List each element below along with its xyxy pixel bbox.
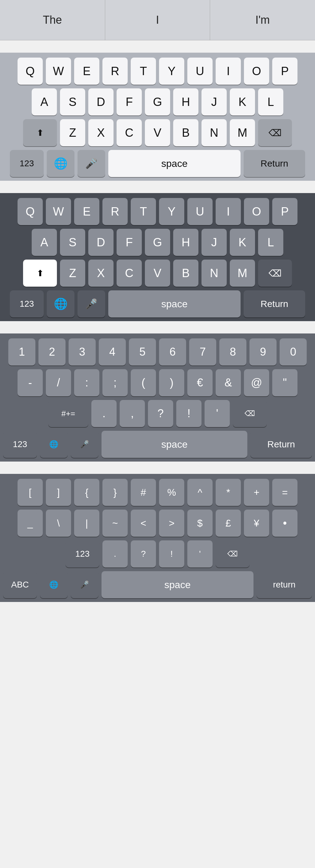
key-quote[interactable]: " [272,369,298,396]
globe-num[interactable]: 🌐 [40,431,68,458]
key-d-dark[interactable]: D [88,229,113,256]
key-2[interactable]: 2 [38,338,66,366]
key-s-dark[interactable]: S [60,229,85,256]
globe-sym[interactable]: 🌐 [40,571,68,598]
key-apos-sym[interactable]: ' [187,540,213,567]
key-euro[interactable]: € [187,369,213,396]
key-l-dark[interactable]: L [258,229,283,256]
key-j-dark[interactable]: J [202,229,227,256]
key-q-dark[interactable]: Q [18,198,43,225]
key-9[interactable]: 9 [249,338,277,366]
key-comma[interactable]: , [120,400,145,427]
key-o-dark[interactable]: O [244,198,269,225]
hash-button[interactable]: #+= [48,400,88,427]
key-minus[interactable]: - [18,369,43,396]
key-v[interactable]: V [145,119,170,146]
key-z-dark[interactable]: Z [60,259,85,287]
key-x-dark[interactable]: X [88,259,113,287]
backspace-sym[interactable]: ⌫ [216,540,249,567]
key-4[interactable]: 4 [99,338,126,366]
key-lbracket[interactable]: [ [18,479,43,506]
key-rbracket[interactable]: ] [46,479,71,506]
key-e-dark[interactable]: E [74,198,99,225]
key-1[interactable]: 1 [8,338,35,366]
key-x[interactable]: X [88,119,113,146]
key-pipe[interactable]: | [74,509,99,537]
key-y-dark[interactable]: Y [159,198,184,225]
return-button[interactable]: Return [244,150,305,177]
mic-sym[interactable]: 🎤 [71,571,98,598]
key-b[interactable]: B [173,119,199,146]
key-b-dark[interactable]: B [173,259,199,287]
num-button[interactable]: 123 [10,150,44,177]
key-h-dark[interactable]: H [173,229,199,256]
shift-button-active[interactable]: ⬆ [23,259,57,287]
mic-button-dark[interactable]: 🎤 [77,290,105,317]
globe-button-dark[interactable]: 🌐 [47,290,74,317]
key-exclaim[interactable]: ! [176,400,202,427]
key-e[interactable]: E [74,58,99,85]
key-apos[interactable]: ' [205,400,230,427]
key-lparen[interactable]: ( [131,369,156,396]
key-asterisk[interactable]: * [216,479,241,506]
key-m[interactable]: M [230,119,255,146]
key-6[interactable]: 6 [159,338,186,366]
backspace-button-dark[interactable]: ⌫ [258,259,292,287]
key-h[interactable]: H [173,88,199,116]
key-p-dark[interactable]: P [272,198,298,225]
key-k-dark[interactable]: K [230,229,255,256]
key-v-dark[interactable]: V [145,259,170,287]
key-i[interactable]: I [216,58,241,85]
key-backslash[interactable]: \ [46,509,71,537]
key-k[interactable]: K [230,88,255,116]
return-button-dark[interactable]: Return [244,290,305,317]
key-c-dark[interactable]: C [116,259,142,287]
key-slash[interactable]: / [46,369,71,396]
key-o[interactable]: O [244,58,269,85]
key-exclaim-sym[interactable]: ! [159,540,184,567]
key-semicolon[interactable]: ; [102,369,128,396]
return-sym[interactable]: return [256,571,312,598]
key-i-dark[interactable]: I [216,198,241,225]
autocomplete-item-im[interactable]: I'm [210,0,315,40]
key-3[interactable]: 3 [69,338,96,366]
key-bullet[interactable]: • [272,509,298,537]
key-question-sym[interactable]: ? [131,540,156,567]
key-rparen[interactable]: ) [159,369,184,396]
key-caret[interactable]: ^ [187,479,213,506]
key-g-dark[interactable]: G [145,229,170,256]
key-y[interactable]: Y [159,58,184,85]
key-lbrace[interactable]: { [74,479,99,506]
key-7[interactable]: 7 [189,338,216,366]
key-8[interactable]: 8 [219,338,246,366]
key-f[interactable]: F [116,88,142,116]
key-gt[interactable]: > [159,509,184,537]
key-hash-sym[interactable]: # [131,479,156,506]
key-u[interactable]: U [187,58,213,85]
key-plus[interactable]: + [244,479,269,506]
key-u-dark[interactable]: U [187,198,213,225]
key-t-dark[interactable]: T [131,198,156,225]
key-f-dark[interactable]: F [116,229,142,256]
key-underscore[interactable]: _ [18,509,43,537]
key-c[interactable]: C [116,119,142,146]
sym-123-button[interactable]: 123 [66,540,99,567]
space-sym[interactable]: space [102,571,253,598]
key-a[interactable]: A [32,88,57,116]
key-period[interactable]: . [91,400,116,427]
key-equals[interactable]: = [272,479,298,506]
key-w[interactable]: W [46,58,71,85]
autocomplete-item-i[interactable]: I [105,0,210,40]
key-percent[interactable]: % [159,479,184,506]
key-g[interactable]: G [145,88,170,116]
key-z[interactable]: Z [60,119,85,146]
key-amp[interactable]: & [216,369,241,396]
key-lt[interactable]: < [131,509,156,537]
key-5[interactable]: 5 [129,338,156,366]
space-button-dark[interactable]: space [108,290,241,317]
key-r-dark[interactable]: R [102,198,128,225]
autocomplete-item-the[interactable]: The [0,0,105,40]
key-q[interactable]: Q [18,58,43,85]
return-num[interactable]: Return [250,431,312,458]
key-question[interactable]: ? [148,400,173,427]
